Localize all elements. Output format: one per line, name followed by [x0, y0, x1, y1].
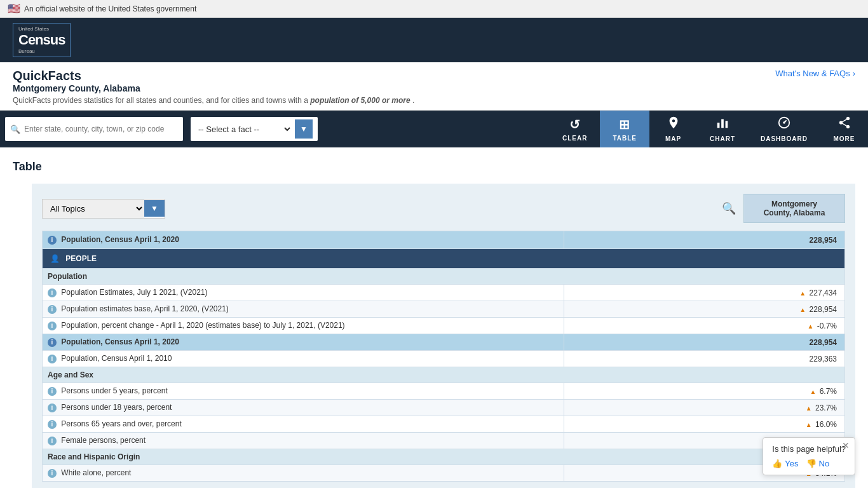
fact-cell: i Population Estimates, July 1 2021, (V2… — [43, 285, 564, 301]
info-icon[interactable]: i — [48, 437, 57, 445]
value-text: 6.7% — [820, 387, 837, 396]
value-text-census2020: 228,954 — [810, 338, 837, 347]
info-icon-census2020[interactable]: i — [48, 338, 57, 347]
fact-label: Population Estimates, July 1 2021, (V202… — [61, 288, 207, 297]
us-flag-icon: 🇺🇸 — [8, 3, 20, 15]
info-icon-highlight[interactable]: i — [48, 236, 57, 245]
census-logo[interactable]: United States Census Bureau — [13, 23, 71, 57]
main-content: Table All Topics ▼ 🔍 Montgomery County, … — [0, 147, 868, 488]
map-button[interactable]: MAP — [649, 111, 697, 147]
chevron-right-icon: › — [853, 69, 855, 78]
topic-select-dropdown[interactable]: All Topics — [43, 200, 144, 218]
category-race: Race and Hispanic Origin — [43, 449, 845, 465]
triangle-icon: ▲ — [799, 306, 806, 313]
clear-icon: ↺ — [569, 117, 581, 132]
logo-main-text: Census — [18, 32, 65, 48]
page-title: QuickFacts — [13, 69, 414, 83]
info-icon[interactable]: i — [48, 355, 57, 363]
svg-rect-0 — [717, 123, 720, 128]
location-search-input[interactable] — [24, 125, 178, 133]
info-icon[interactable]: i — [48, 420, 57, 429]
more-button[interactable]: MORE — [820, 111, 868, 147]
fact-select-arrow-button[interactable]: ▼ — [295, 119, 313, 139]
triangle-icon: ▲ — [806, 405, 812, 412]
table-row-census2020: i Population, Census April 1, 2020 228,9… — [43, 334, 845, 351]
value-text: 227,434 — [810, 288, 837, 297]
topic-select-wrap[interactable]: All Topics ▼ — [42, 199, 165, 219]
gov-banner: 🇺🇸 An official website of the United Sta… — [0, 0, 868, 18]
search-section[interactable]: 🔍 — [5, 117, 183, 141]
fact-select-dropdown[interactable]: -- Select a fact -- — [196, 124, 292, 135]
section-header-text: PEOPLE — [65, 254, 97, 263]
dashboard-button[interactable]: DASHBOARD — [748, 111, 820, 147]
thumbs-down-icon: 👎 — [806, 459, 817, 468]
person-icon: 👤 — [50, 254, 60, 263]
info-icon[interactable]: i — [48, 305, 57, 314]
dashboard-icon — [777, 116, 791, 133]
value-text: 23.7% — [815, 403, 837, 412]
info-icon[interactable]: i — [48, 288, 57, 297]
fact-label: Population, percent change - April 1, 20… — [61, 321, 344, 330]
fact-cell: i Persons 65 years and over, percent — [43, 416, 564, 433]
topic-dropdown-button[interactable]: ▼ — [144, 200, 165, 217]
fact-label: Persons 65 years and over, percent — [61, 419, 181, 428]
category-race-label: Race and Hispanic Origin — [43, 449, 845, 465]
whats-new-link[interactable]: What's New & FAQs › — [775, 69, 855, 78]
toolbar: 🔍 -- Select a fact -- ▼ ↺ CLEAR ⊞ TABLE … — [0, 111, 868, 147]
triangle-icon: ▲ — [806, 421, 812, 428]
info-icon[interactable]: i — [48, 403, 57, 412]
chart-button[interactable]: CHART — [697, 111, 748, 147]
fact-label: White alone, percent — [61, 468, 131, 477]
table-label: TABLE — [613, 135, 637, 142]
table-row: i Persons under 5 years, percent ▲ 6.7% — [43, 383, 845, 400]
fact-cell: i Persons under 5 years, percent — [43, 383, 564, 400]
info-icon[interactable]: i — [48, 469, 57, 478]
highlight-label: Population, Census April 1, 2020 — [61, 235, 179, 244]
value-cell: ▲ 23.7% — [564, 400, 844, 416]
chart-icon — [715, 116, 729, 133]
table-controls: All Topics ▼ 🔍 Montgomery County, Alabam… — [42, 194, 845, 223]
svg-point-4 — [783, 121, 785, 124]
table-container: All Topics ▼ 🔍 Montgomery County, Alabam… — [32, 184, 855, 488]
fact-label: Persons under 5 years, percent — [61, 386, 167, 395]
feedback-actions: 👍 Yes 👎 No — [772, 459, 846, 468]
table-button[interactable]: ⊞ TABLE — [600, 111, 649, 147]
info-icon[interactable]: i — [48, 322, 57, 330]
logo-box: United States Census Bureau — [13, 23, 71, 57]
gov-banner-text: An official website of the United States… — [24, 4, 196, 13]
logo-top-text: United States — [18, 26, 49, 32]
value-cell-census2020: 228,954 — [564, 334, 844, 351]
table-row: i Population, percent change - April 1, … — [43, 318, 845, 334]
value-text: 228,954 — [810, 305, 837, 314]
search-table-button[interactable]: 🔍 — [722, 201, 736, 215]
search-icon: 🔍 — [10, 125, 20, 134]
triangle-icon: ▲ — [810, 388, 816, 395]
chart-label: CHART — [710, 135, 735, 142]
highlight-row: i Population, Census April 1, 2020 228,9… — [43, 231, 845, 249]
table-section-title: Table — [13, 160, 855, 173]
category-population: Population — [43, 269, 845, 285]
feedback-question: Is this page helpful? — [772, 444, 846, 454]
info-icon[interactable]: i — [48, 387, 57, 396]
feedback-yes-button[interactable]: 👍 Yes — [772, 459, 798, 468]
no-label: No — [819, 459, 830, 468]
map-icon — [667, 116, 681, 133]
fact-cell: i Population, Census April 1, 2010 — [43, 351, 564, 367]
fact-label-census2020: Population, Census April 1, 2020 — [61, 337, 179, 346]
section-header-people-label: 👤 PEOPLE — [43, 249, 845, 269]
feedback-no-button[interactable]: 👎 No — [806, 459, 830, 468]
value-text: -0.7% — [817, 322, 837, 330]
page-desc-text1: QuickFacts provides statistics for all s… — [13, 96, 310, 105]
col-header-line1: Montgomery — [752, 200, 837, 208]
data-table: i Population, Census April 1, 2020 228,9… — [42, 231, 845, 482]
value-cell: ▲ 6.7% — [564, 383, 844, 400]
feedback-close-button[interactable]: ✕ — [842, 440, 850, 451]
fact-select-section[interactable]: -- Select a fact -- ▼ — [191, 117, 318, 141]
fact-cell: i Population estimates base, April 1, 20… — [43, 301, 564, 318]
svg-rect-1 — [721, 119, 724, 128]
page-header-left: QuickFacts Montgomery County, Alabama Qu… — [13, 69, 414, 105]
clear-button[interactable]: ↺ CLEAR — [550, 111, 600, 147]
category-age-sex: Age and Sex — [43, 367, 845, 383]
table-row: i Persons 65 years and over, percent ▲ 1… — [43, 416, 845, 433]
table-row: i Population Estimates, July 1 2021, (V2… — [43, 285, 845, 301]
